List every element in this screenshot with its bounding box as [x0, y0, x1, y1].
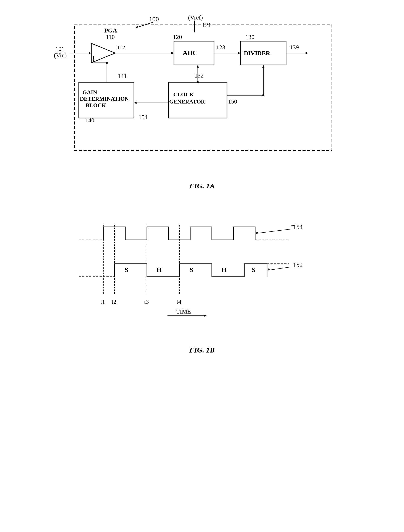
t3-label: t3	[144, 298, 149, 305]
label-130: 130	[245, 33, 254, 40]
label-110: 110	[106, 33, 115, 40]
junction-152-top	[197, 81, 199, 83]
label-123: 123	[216, 44, 225, 51]
arrowhead-clk-divider	[262, 65, 265, 68]
h2-label: H	[221, 266, 227, 273]
arrowhead-adc-div	[238, 52, 241, 54]
outer-dashed-box	[75, 25, 332, 150]
output-arrowhead	[306, 52, 308, 54]
s1-label: S	[125, 266, 128, 273]
gain-line3: BLOCK	[86, 102, 106, 109]
fig1a-diagram: 100 (Vref) 121 101 (Vin) PGA 110 112 ADC	[51, 13, 354, 178]
gain-line1: GAIN	[82, 89, 97, 96]
feedback-arrowhead-pga	[92, 59, 95, 62]
clock-line1: CLOCK	[173, 91, 194, 98]
fig1a-caption: FIG. 1A	[189, 182, 215, 190]
arrowhead-152	[197, 65, 199, 68]
adc-label: ADC	[183, 49, 198, 57]
arrowhead-154	[134, 102, 137, 104]
divider-label: DIVIDER	[244, 50, 270, 57]
label-112: 112	[117, 44, 125, 51]
page: 100 (Vref) 121 101 (Vin) PGA 110 112 ADC	[0, 0, 404, 532]
vin-arrowhead	[89, 52, 91, 54]
arrowhead-112	[171, 52, 174, 54]
vref-arrowhead	[193, 30, 196, 32]
t4-label: t4	[177, 298, 181, 305]
clock-line2: GENERATOR	[169, 98, 205, 105]
s2-label: S	[189, 266, 193, 273]
label-152: 152	[195, 72, 204, 79]
junction-clk-right	[262, 94, 265, 96]
fig1b-caption: FIG. 1B	[189, 346, 215, 354]
vin-label: (Vin)	[54, 52, 67, 59]
leader-152	[268, 267, 291, 270]
label-150: 150	[228, 98, 237, 105]
label-140: 140	[85, 117, 94, 124]
pga-triangle	[91, 43, 115, 63]
h1-label: H	[157, 266, 162, 273]
label-120: 120	[173, 33, 182, 40]
fig1b-diagram: 154 ⌒ 152 S H S H S t1 t2 t3 t4	[72, 218, 332, 344]
t2-label: t2	[112, 298, 116, 305]
label-154: 154	[139, 114, 148, 120]
leader-154	[256, 229, 291, 233]
fig1b-label-152: 152	[293, 261, 303, 268]
label-139: 139	[290, 44, 299, 51]
label-141: 141	[118, 72, 127, 79]
t1-label: t1	[101, 298, 105, 305]
junction-141	[106, 62, 108, 64]
arrowhead-100	[136, 25, 139, 28]
brace-154: ⌒	[290, 225, 296, 231]
label-101: 101	[55, 45, 64, 52]
s3-label: S	[252, 266, 256, 273]
label-100: 100	[149, 15, 159, 23]
gain-line2: DETERMINATION	[80, 96, 129, 102]
label-121: 121	[202, 22, 211, 28]
time-arrowhead	[204, 315, 206, 317]
vref-label: (Vref)	[188, 14, 203, 21]
time-label: TIME	[176, 308, 191, 315]
pga-label: PGA	[104, 27, 117, 34]
